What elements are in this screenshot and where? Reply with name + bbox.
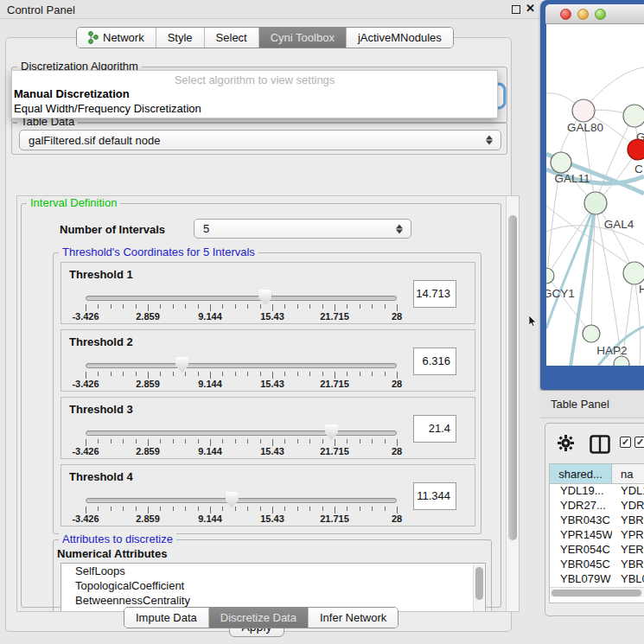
network-window[interactable]: GAL80GACGAL11GAL4GCY1HHAP2 [540,0,644,390]
cell-shared-name[interactable]: YDL19... [550,484,612,499]
slider-track[interactable] [86,430,397,436]
table-header-row[interactable]: shared... na [550,464,644,484]
network-node[interactable] [583,325,600,342]
zoom-traffic-light[interactable] [595,9,606,20]
tab-cyni-toolbox[interactable]: Cyni Toolbox [259,28,347,48]
table-row[interactable]: YBR045CYBR0 [550,558,644,572]
network-node[interactable] [623,105,644,127]
slider-tick-labels: -3.4262.8599.14415.4321.71528 [86,446,398,456]
slider-track[interactable] [86,296,397,301]
table-row[interactable]: YDL19...YDL1 [550,484,644,499]
combo-arrows-icon[interactable] [486,136,493,145]
checkbox-checked-icon[interactable]: ✓ [634,437,644,448]
gear-icon[interactable] [558,435,574,451]
threshold-label: Threshold 4 [69,470,133,483]
network-node[interactable] [623,262,644,284]
numerical-attributes-label: Numerical Attributes [57,547,167,560]
cell-name[interactable]: YBR0 [612,558,644,572]
bottom-tab-bar: Impute DataDiscretize DataInfer Network [124,607,399,628]
cell-shared-name[interactable]: YIL052C [550,602,612,603]
slider-thumb[interactable] [325,424,338,440]
tab-infer-network[interactable]: Infer Network [309,608,398,628]
table-row[interactable]: YDR27...YDR2 [550,499,644,513]
cell-name[interactable]: YER0 [612,543,644,558]
tab-jactivemnodules[interactable]: jActiveMNodules [347,28,453,48]
close-traffic-light[interactable] [560,9,571,20]
column-header-name[interactable]: na [612,464,644,483]
float-window-icon[interactable] [512,5,520,14]
num-intervals-spinner[interactable]: 5 [194,219,411,239]
network-node-label: GAL4 [604,218,634,231]
settings-scrollbar[interactable] [506,196,519,611]
attributes-group-title: Attributes to discretize [59,532,176,545]
table-row[interactable]: YIL052CYIL0 [550,602,644,603]
checkbox-checked-icon[interactable]: ✓ [620,437,631,448]
table-hscrollbar[interactable] [550,587,644,597]
top-tab-bar: NetworkStyleSelectCyni ToolboxjActiveMNo… [76,27,454,48]
network-node[interactable] [572,99,595,122]
table-row[interactable]: YER054CYER0 [550,543,644,558]
numerical-attributes-list[interactable]: SelfLoopsTopologicalCoefficientBetweenne… [61,563,486,612]
tab-network[interactable]: Network [77,28,156,48]
cell-shared-name[interactable]: YBL079W [550,572,612,587]
slider-track[interactable] [86,498,397,503]
cell-name[interactable]: YDR2 [612,499,644,513]
network-view-canvas[interactable]: GAL80GACGAL11GAL4GCY1HHAP2 [546,24,644,366]
cell-name[interactable]: YBL0 [612,572,644,587]
thresholds-group: Threshold's Coordinates for 5 Intervals … [53,252,481,534]
mouse-cursor [529,316,537,327]
algorithm-option[interactable]: Equal Width/Frequency Discretization [12,101,497,116]
minimize-traffic-light[interactable] [577,9,589,20]
cell-shared-name[interactable]: YPR145W [550,528,612,543]
network-node-label: GCY1 [546,287,575,300]
interval-definition-group: Interval Definition Number of Intervals … [21,203,501,608]
tab-impute-data[interactable]: Impute Data [124,608,209,628]
table-row[interactable]: YBR043CYBR0 [550,513,644,528]
tab-discretize-data[interactable]: Discretize Data [209,608,309,628]
attribute-list-item[interactable]: TopologicalCoefficient [61,578,485,593]
network-edge[interactable] [596,203,634,273]
threshold-value-field[interactable]: 21.4 [413,415,456,443]
network-node[interactable] [614,356,629,366]
threshold-value-field[interactable]: 6.316 [413,348,456,375]
spinner-arrows-icon[interactable] [396,224,403,233]
tab-style[interactable]: Style [156,28,205,48]
network-node[interactable] [628,139,644,160]
table-data-combobox[interactable]: galFiltered.sif default node [19,130,501,150]
cell-shared-name[interactable]: YER054C [550,543,612,558]
split-columns-icon[interactable] [590,435,610,454]
tab-label: Cyni Toolbox [271,31,335,44]
slider-thumb[interactable] [258,290,271,305]
slider-thumb[interactable] [226,492,239,507]
threshold-value-field[interactable]: 11.344 [413,482,456,510]
cell-name[interactable]: YDL1 [612,484,644,499]
algorithm-hint: Select algorithm to view settings [12,71,497,86]
slider-track[interactable] [86,363,397,368]
cell-name[interactable]: YBR0 [612,513,644,528]
network-window-titlebar[interactable] [545,4,644,24]
attribute-list-item[interactable]: BetweennessCentrality [61,593,485,608]
algorithm-dropdown-popup: Select algorithm to view settings Manual… [11,70,498,118]
column-header-shared-name[interactable]: shared... [550,464,612,483]
cell-name[interactable]: YIL0 [612,602,644,603]
network-node[interactable] [584,192,607,214]
cell-shared-name[interactable]: YBR043C [550,513,612,528]
attribute-list-item[interactable]: SelfLoops [61,564,485,578]
cell-name[interactable]: YPR1 [612,528,644,543]
threshold-value-field[interactable]: 14.713 [413,280,456,308]
slider-thumb[interactable] [175,357,188,373]
network-node[interactable] [546,268,554,284]
close-icon[interactable]: ✕ [526,2,535,15]
thresholds-group-title: Threshold's Coordinates for 5 Intervals [59,245,258,258]
cell-shared-name[interactable]: YDR27... [550,499,612,513]
cell-shared-name[interactable]: YBR045C [550,558,612,572]
table-row[interactable]: YPR145WYPR1 [550,528,644,543]
node-table[interactable]: shared... na YDL19...YDL1YDR27...YDR2YBR… [549,463,644,603]
tab-select[interactable]: Select [205,28,259,48]
table-row[interactable]: YBL079WYBL0 [550,572,644,587]
table-data-value: galFiltered.sif default node [20,134,501,147]
network-node[interactable] [551,152,571,173]
threshold-card-2: Threshold 2-3.4262.8599.14415.4321.71528… [61,329,475,392]
algorithm-option[interactable]: Manual Discretization [12,86,497,101]
list-scrollbar[interactable] [473,564,484,612]
